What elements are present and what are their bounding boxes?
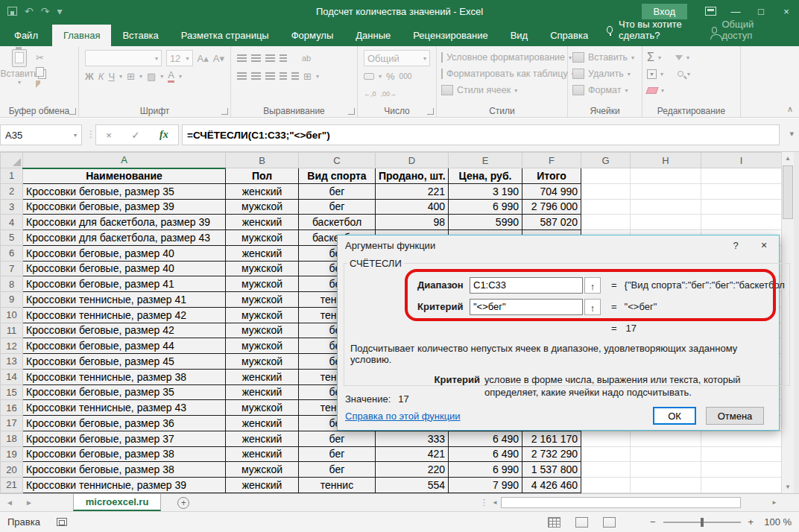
page-layout-view-icon[interactable]: [575, 517, 588, 528]
total-cell[interactable]: 1 537 800: [522, 462, 581, 478]
row-header[interactable]: 11: [1, 323, 23, 338]
header-cell-name[interactable]: Наименование: [23, 168, 226, 184]
find-select-icon[interactable]: [678, 71, 683, 77]
row-header[interactable]: 20: [1, 462, 23, 478]
horizontal-scroll-thumb[interactable]: [501, 497, 741, 508]
name-cell[interactable]: Кроссовки беговые, размер 35: [23, 183, 226, 199]
gender-cell[interactable]: женский: [226, 384, 299, 400]
total-cell[interactable]: 587 020: [522, 215, 581, 230]
total-cell[interactable]: 704 990: [522, 183, 581, 199]
collapse-ribbon-icon[interactable]: ∧: [787, 104, 793, 114]
scroll-right-icon[interactable]: ►: [768, 499, 780, 506]
name-cell[interactable]: Кроссовки теннисные, размер 43: [23, 400, 226, 416]
fill-down-icon[interactable]: ▼: [647, 69, 657, 79]
empty-cell[interactable]: [631, 183, 701, 199]
align-left-icon[interactable]: [237, 72, 247, 74]
column-header-h[interactable]: H: [631, 153, 701, 168]
page-break-view-icon[interactable]: [603, 517, 616, 528]
align-top-icon[interactable]: [237, 54, 247, 56]
row-header[interactable]: 21: [1, 478, 23, 493]
tab-help[interactable]: Справка: [539, 25, 599, 46]
column-header-f[interactable]: F: [522, 153, 581, 168]
empty-cell[interactable]: [581, 183, 631, 199]
gender-cell[interactable]: мужской: [226, 230, 299, 246]
cancel-entry-button[interactable]: ×: [106, 130, 112, 141]
row-header[interactable]: 7: [1, 261, 23, 276]
name-cell[interactable]: Кроссовки беговые, размер 42: [23, 323, 226, 338]
row-header[interactable]: 13: [1, 354, 23, 370]
empty-cell[interactable]: [631, 215, 701, 230]
zoom-in-button[interactable]: +: [748, 516, 754, 528]
font-size-combo[interactable]: 12▾: [166, 50, 193, 66]
empty-cell[interactable]: [701, 199, 782, 215]
qat-customize-button[interactable]: ▾: [57, 6, 62, 16]
column-header-a[interactable]: A: [23, 153, 226, 168]
font-color-button[interactable]: А: [168, 69, 174, 83]
row-header-1[interactable]: 1: [1, 168, 23, 184]
empty-cell[interactable]: [701, 168, 782, 184]
gender-cell[interactable]: мужской: [226, 323, 299, 338]
name-cell[interactable]: Кроссовки теннисные, размер 38: [23, 369, 226, 384]
cancel-button[interactable]: Отмена: [706, 407, 764, 425]
clear-icon[interactable]: [645, 87, 658, 94]
price-cell[interactable]: 6 990: [449, 462, 522, 478]
sold-cell[interactable]: 421: [376, 446, 449, 462]
next-sheet-icon[interactable]: ►: [19, 498, 39, 507]
header-cell-gender[interactable]: Пол: [226, 168, 299, 184]
gender-cell[interactable]: мужской: [226, 292, 299, 308]
scroll-down-icon[interactable]: ▼: [782, 481, 794, 493]
gender-cell[interactable]: мужской: [226, 338, 299, 354]
price-cell[interactable]: 6 990: [449, 199, 522, 215]
align-center-icon[interactable]: [251, 72, 261, 74]
header-cell-total[interactable]: Итого: [522, 168, 581, 184]
horizontal-scrollbar[interactable]: ◄ ►: [489, 495, 780, 510]
increase-decimal-icon[interactable]: ←,0: [364, 90, 376, 98]
scroll-up-icon[interactable]: ▲: [782, 152, 794, 165]
gender-cell[interactable]: мужской: [226, 199, 299, 215]
name-cell[interactable]: Кроссовки беговые, размер 45: [23, 354, 226, 370]
row-header[interactable]: 9: [1, 292, 23, 308]
insert-function-button[interactable]: fx: [160, 129, 168, 141]
prev-sheet-icon[interactable]: ◄: [0, 498, 19, 507]
format-cells-button[interactable]: Формат ▾: [571, 82, 639, 98]
name-cell[interactable]: Кроссовки беговые, размер 41: [23, 276, 226, 292]
tab-home[interactable]: Главная: [52, 25, 111, 46]
empty-cell[interactable]: [631, 462, 701, 478]
sold-cell[interactable]: 400: [376, 199, 449, 215]
empty-cell[interactable]: [701, 446, 782, 462]
zoom-slider-handle[interactable]: [701, 518, 704, 527]
column-header-c[interactable]: C: [299, 153, 376, 168]
function-help-link[interactable]: Справка по этой функции: [345, 411, 461, 422]
vertical-scroll-thumb[interactable]: [783, 165, 793, 219]
empty-cell[interactable]: [581, 462, 631, 478]
total-cell[interactable]: 2 732 290: [522, 446, 581, 462]
tab-review[interactable]: Рецензирование: [402, 25, 499, 46]
gender-cell[interactable]: мужской: [226, 261, 299, 276]
name-cell[interactable]: Кроссовки беговые, размер 39: [23, 199, 226, 215]
sport-cell[interactable]: бег: [299, 199, 376, 215]
range-input[interactable]: [470, 277, 583, 294]
name-cell[interactable]: Кроссовки беговые, размер 44: [23, 338, 226, 354]
accounting-format-icon[interactable]: [364, 73, 374, 80]
sort-filter-icon[interactable]: [675, 55, 683, 60]
header-cell-sold[interactable]: Продано, шт.: [376, 168, 449, 184]
share-button[interactable]: Общий доступ: [704, 13, 799, 46]
sport-cell[interactable]: бег: [299, 462, 376, 478]
gender-cell[interactable]: женский: [226, 183, 299, 199]
name-cell[interactable]: Кроссовки беговые, размер 40: [23, 245, 226, 261]
redo-button[interactable]: ↷: [41, 6, 50, 16]
font-dialog-launcher-icon[interactable]: [221, 108, 228, 115]
underline-button[interactable]: Ч: [108, 71, 115, 82]
insert-cells-button[interactable]: Вставить ▾: [571, 49, 639, 66]
row-header[interactable]: 12: [1, 338, 23, 354]
fill-color-button[interactable]: ▨: [147, 71, 156, 82]
row-header[interactable]: 15: [1, 384, 23, 400]
gender-cell[interactable]: женский: [226, 369, 299, 384]
new-sheet-button[interactable]: +: [177, 497, 189, 509]
row-header[interactable]: 18: [1, 431, 23, 446]
autosum-button[interactable]: Σ: [647, 51, 654, 64]
empty-cell[interactable]: [581, 478, 631, 493]
normal-view-icon[interactable]: [548, 517, 560, 528]
italic-button[interactable]: К: [98, 71, 104, 82]
sold-cell[interactable]: 221: [376, 183, 449, 199]
